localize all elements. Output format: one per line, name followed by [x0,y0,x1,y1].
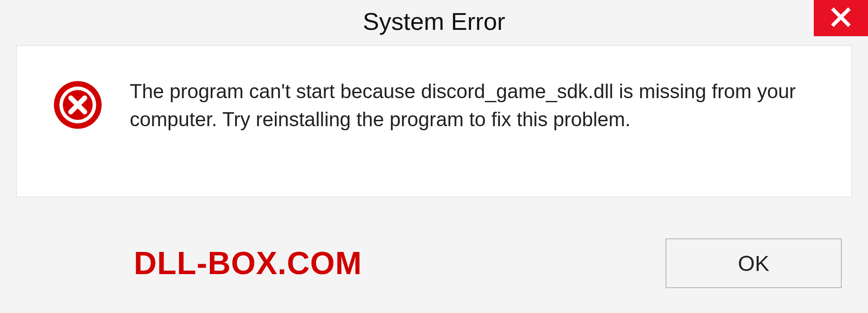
error-dialog: System Error The program can't start bec… [0,0,868,313]
dialog-title: System Error [363,7,505,35]
error-message: The program can't start because discord_… [130,77,824,133]
error-icon [53,80,103,130]
content-panel: The program can't start because discord_… [16,45,852,197]
close-icon [830,6,852,30]
close-button[interactable] [814,0,868,36]
titlebar: System Error [0,0,868,43]
watermark-text: DLL-BOX.COM [134,245,362,281]
dialog-footer: DLL-BOX.COM OK [0,213,868,313]
ok-button[interactable]: OK [665,238,842,288]
